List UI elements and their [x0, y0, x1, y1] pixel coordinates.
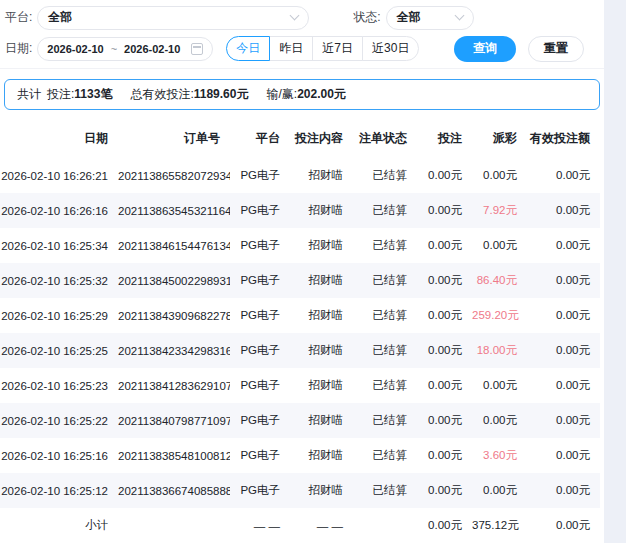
column-header-valid-bet: 有效投注额 [527, 119, 600, 158]
subtotal-status [353, 508, 417, 543]
cell-status: 已结算 [353, 473, 417, 508]
cell-valid-bet: 0.00元 [527, 193, 600, 228]
summary-bet-count: 投注:1133笔 [47, 86, 112, 103]
subtotal-valid-bet: 0.00元 [527, 508, 600, 543]
cell-date: 2026-02-10 16:25:22 [0, 403, 118, 438]
cell-platform: PG电子 [230, 298, 290, 333]
cell-order-no: 2021138423342983168 [118, 333, 230, 368]
subtotal-bet: 0.00元 [417, 508, 472, 543]
cell-order-no: 2021138412836291072 [118, 368, 230, 403]
cell-payout: 0.00元 [472, 403, 527, 438]
cell-payout: 0.00元 [472, 368, 527, 403]
table-body: 2026-02-10 16:26:21 2021138655820729344 … [0, 158, 600, 543]
column-header-platform: 平台 [230, 119, 290, 158]
cell-date: 2026-02-10 16:25:16 [0, 438, 118, 473]
table-row: 2026-02-10 16:26:16 2021138635453211648 … [0, 193, 600, 228]
status-select[interactable]: 全部 [386, 6, 474, 30]
table-row: 2026-02-10 16:25:32 2021138450022989315 … [0, 263, 600, 298]
summary-prefix: 共计 [17, 86, 41, 103]
cell-valid-bet: 0.00元 [527, 473, 600, 508]
cell-status: 已结算 [353, 158, 417, 193]
cell-status: 已结算 [353, 368, 417, 403]
cell-order-no: 2021138385481008128 [118, 438, 230, 473]
calendar-icon[interactable] [191, 43, 203, 55]
cell-payout: 3.60元 [472, 438, 527, 473]
quick-range-today[interactable]: 今日 [226, 36, 270, 61]
cell-bet: 0.00元 [417, 298, 472, 333]
content-panel: 平台: 全部 状态: 全部 日期: 2026-02-10 ~ [0, 0, 604, 543]
subtotal-platform: — — [230, 508, 290, 543]
reset-button[interactable]: 重置 [528, 36, 584, 62]
date-end: 2026-02-10 [124, 43, 180, 55]
summary-valid-bet-label: 总有效投注: [130, 87, 193, 101]
summary-bar: 共计 投注:1133笔 总有效投注:1189.60元 输/赢:202.00元 [4, 79, 600, 110]
platform-select-value: 全部 [48, 9, 72, 26]
cell-bet-content: 招财喵 [290, 403, 353, 438]
table-row: 2026-02-10 16:25:29 2021138439096822784 … [0, 298, 600, 333]
cell-date: 2026-02-10 16:25:25 [0, 333, 118, 368]
cell-payout: 0.00元 [472, 473, 527, 508]
cell-bet: 0.00元 [417, 158, 472, 193]
cell-platform: PG电子 [230, 333, 290, 368]
cell-bet-content: 招财喵 [290, 263, 353, 298]
cell-valid-bet: 0.00元 [527, 368, 600, 403]
summary-valid-bet: 总有效投注:1189.60元 [130, 86, 248, 103]
cell-bet: 0.00元 [417, 263, 472, 298]
cell-order-no: 2021138439096822784 [118, 298, 230, 333]
cell-bet-content: 招财喵 [290, 333, 353, 368]
table-row: 2026-02-10 16:25:23 2021138412836291072 … [0, 368, 600, 403]
quick-range-30days[interactable]: 近30日 [362, 36, 419, 61]
subtotal-content: — — [290, 508, 353, 543]
cell-payout: 86.40元 [472, 263, 527, 298]
subtotal-row: 小计 — — — — 0.00元 375.12元 0.00元 [0, 508, 600, 543]
subtotal-payout: 375.12元 [472, 508, 527, 543]
page: 平台: 全部 状态: 全部 日期: 2026-02-10 ~ [0, 0, 626, 543]
filter-bar: 平台: 全部 状态: 全部 日期: 2026-02-10 ~ [0, 0, 604, 69]
summary-win-loss: 输/赢:202.00元 [266, 86, 345, 103]
cell-date: 2026-02-10 16:25:34 [0, 228, 118, 263]
cell-platform: PG电子 [230, 228, 290, 263]
column-header-bet: 投注 [417, 119, 472, 158]
query-button[interactable]: 查询 [454, 36, 516, 62]
quick-range-yesterday[interactable]: 昨日 [269, 36, 313, 61]
platform-label: 平台: [5, 9, 32, 26]
status-label: 状态: [353, 9, 380, 26]
cell-bet: 0.00元 [417, 473, 472, 508]
cell-valid-bet: 0.00元 [527, 158, 600, 193]
summary-bet-count-value: 1133笔 [74, 87, 112, 101]
column-header-order-no: 订单号 [118, 119, 230, 158]
cell-valid-bet: 0.00元 [527, 438, 600, 473]
cell-date: 2026-02-10 16:25:29 [0, 298, 118, 333]
cell-bet: 0.00元 [417, 333, 472, 368]
cell-date: 2026-02-10 16:26:16 [0, 193, 118, 228]
cell-valid-bet: 0.00元 [527, 298, 600, 333]
cell-order-no: 2021138635453211648 [118, 193, 230, 228]
platform-select[interactable]: 全部 [37, 6, 309, 30]
date-range-value: 2026-02-10 ~ 2026-02-10 [47, 43, 180, 55]
cell-bet: 0.00元 [417, 193, 472, 228]
cell-status: 已结算 [353, 438, 417, 473]
quick-range-7days[interactable]: 近7日 [312, 36, 363, 61]
cell-order-no: 2021138655820729344 [118, 158, 230, 193]
cell-bet-content: 招财喵 [290, 228, 353, 263]
cell-bet-content: 招财喵 [290, 438, 353, 473]
cell-platform: PG电子 [230, 193, 290, 228]
cell-valid-bet: 0.00元 [527, 263, 600, 298]
summary-win-loss-label: 输/赢: [266, 87, 297, 101]
date-range-input[interactable]: 2026-02-10 ~ 2026-02-10 [37, 37, 213, 61]
cell-bet: 0.00元 [417, 438, 472, 473]
cell-status: 已结算 [353, 228, 417, 263]
status-select-value: 全部 [397, 9, 421, 26]
cell-bet: 0.00元 [417, 368, 472, 403]
cell-order-no: 2021138366740858881 [118, 473, 230, 508]
cell-platform: PG电子 [230, 403, 290, 438]
cell-status: 已结算 [353, 193, 417, 228]
cell-payout: 259.20元 [472, 298, 527, 333]
chevron-down-icon [290, 11, 300, 21]
subtotal-order [118, 508, 230, 543]
table-row: 2026-02-10 16:25:12 2021138366740858881 … [0, 473, 600, 508]
cell-status: 已结算 [353, 333, 417, 368]
table-header: 日期 订单号 平台 投注内容 注单状态 投注 派彩 有效投注额 [0, 119, 600, 158]
cell-status: 已结算 [353, 263, 417, 298]
cell-bet: 0.00元 [417, 403, 472, 438]
